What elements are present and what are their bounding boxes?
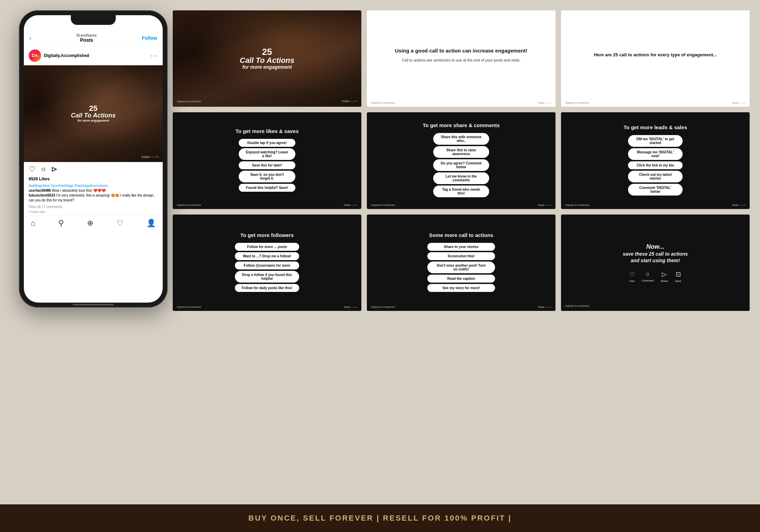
slide9-title-line2: save these 25 call to actions <box>623 251 688 257</box>
slide8-swipe: Swipe ——> <box>538 306 551 308</box>
slide-1: 25 Call To Actions for more engagement D… <box>173 10 361 107</box>
like-icon[interactable]: ♡ <box>29 165 36 174</box>
likes-count: 8526 Likes <box>24 177 163 183</box>
home-icon[interactable]: ⌂ <box>31 219 35 228</box>
slide8-pills: Share to your stories Screenshot this! D… <box>421 241 501 293</box>
slide6-pill-2: Message me 'DIGITAL' now! <box>628 148 683 160</box>
profile-row: DA Digitally.Accomplished ··· <box>24 46 163 65</box>
slide4-pills: Double tap if you agree! Enjoyed watchin… <box>234 137 300 193</box>
slide5-swipe: Swipe ——> <box>538 204 551 206</box>
slide4-pill-5: Found this helpful? Save! <box>239 184 295 192</box>
comment-item: ○ Comment <box>642 270 654 283</box>
slide5-pill-1: Share this with someone who.. <box>433 133 489 145</box>
share-label: Share <box>661 279 668 283</box>
save-icon-final: ⊡ <box>676 270 681 278</box>
more-options-icon[interactable]: ··· <box>151 52 158 59</box>
slide2-body: Call to actions are sentences to use at … <box>402 58 521 63</box>
slide6-pill-1: DM me 'DIGITAL' to get started <box>628 135 683 147</box>
slide-9: Now... save these 25 call to actions and… <box>561 215 750 311</box>
slide4-title: To get more likes & saves <box>235 128 298 134</box>
caption-user2[interactable]: futureclient5533 <box>29 193 55 197</box>
like-label: Like <box>630 279 635 283</box>
slide7-pill-2: Want to ...? Drop me a follow! <box>235 252 300 260</box>
slide8-brand: Digitally Accomplished <box>371 306 395 308</box>
swipe-hint: Swipe ——> <box>141 155 159 159</box>
action-bar: ♡ ○ ⊳ <box>24 162 163 177</box>
share-icon[interactable]: ⊳ <box>51 165 57 174</box>
slide1-title-line2: for more engagement <box>240 65 295 70</box>
like-icon-final: ♡ <box>629 270 635 278</box>
save-label: Save <box>675 279 681 283</box>
activity-icon[interactable]: ♡ <box>116 219 123 228</box>
slide-4: To get more likes & saves Double tap if … <box>173 112 361 209</box>
post-title-line2: for more engagement <box>71 119 116 123</box>
slide4-pill-2: Enjoyed watching? Leave a like! <box>239 148 295 160</box>
slide8-pill-1: Share to your stories <box>427 243 495 251</box>
slide5-brand: Digitally Accomplished <box>371 204 395 206</box>
slide5-pills: Share this with someone who.. Share this… <box>428 132 494 199</box>
slide7-pill-4: Drop a follow if you found this helpful <box>235 271 300 283</box>
slide-5: To get more share & comments Share this … <box>367 112 555 209</box>
posts-label: Posts <box>76 37 97 43</box>
phone-notch <box>71 15 116 25</box>
home-bar <box>73 304 114 305</box>
slide8-footer: Digitally Accomplished Swipe ——> <box>367 306 555 308</box>
slide6-footer: Digitally Accomplished Swipe ——> <box>561 204 750 206</box>
slides-grid: 25 Call To Actions for more engagement D… <box>173 10 750 311</box>
slide4-pill-3: Save this for later! <box>239 161 295 169</box>
slide7-pill-1: Follow for more ... posts <box>235 243 300 251</box>
caption-text1: Wow I absolutely love this! ❤️❤️❤️ <box>51 189 106 192</box>
slide6-pill-5: Comment 'DIGITAL' below <box>628 184 683 196</box>
slide5-pill-3: Do you agree? Comment below <box>433 159 489 171</box>
slide9-brand: Digitally Accomplished <box>565 302 589 308</box>
search-icon[interactable]: ⚲ <box>58 219 64 228</box>
slide7-pill-3: Follow @username for more <box>235 262 300 269</box>
share-item: ▷ Share <box>661 270 668 283</box>
like-item: ♡ Like <box>629 270 635 283</box>
instagram-nav: ‹ BrandName Posts Follow <box>24 30 163 46</box>
slide1-swipe: Swipe ——> <box>342 99 357 103</box>
caption: #addtagshere #yourhashtags #hashtagsfory… <box>24 183 163 205</box>
slide1-number: 25 <box>240 47 295 56</box>
view-comments[interactable]: View all 17 comments <box>24 205 163 210</box>
slide8-pill-2: Screenshot this! <box>427 252 495 260</box>
comment-label: Comment <box>642 279 654 282</box>
slide6-title: To get more leads & sales <box>624 124 687 130</box>
slide2-footer: Digitally Accomplished Swipe ——> <box>367 102 555 104</box>
slide-2: Using a good call to action can increase… <box>367 10 555 107</box>
create-icon[interactable]: ⊕ <box>87 219 93 228</box>
slide2-swipe: Swipe ——> <box>538 102 551 104</box>
slide6-pill-4: Check out my latest stories <box>628 171 683 182</box>
brand-name: BrandName <box>76 33 97 37</box>
follow-button[interactable]: Follow <box>142 35 157 41</box>
share-icon-final: ▷ <box>662 270 667 278</box>
slide4-swipe: Swipe ——> <box>344 204 357 206</box>
slide3-headline: Here are 25 call to actions for every ty… <box>594 52 717 58</box>
slide7-brand: Digitally Accomplished <box>177 306 201 308</box>
profile-name[interactable]: Digitally.Accomplished <box>44 53 89 58</box>
comment-icon[interactable]: ○ <box>41 165 46 174</box>
slide7-pills: Follow for more ... posts Want to ...? D… <box>229 241 305 293</box>
slide4-pill-4: Save it, so you don't forget it. <box>239 171 295 182</box>
slide5-title: To get more share & comments <box>422 122 500 128</box>
hashtags[interactable]: #addtagshere #yourhashtags #hashtagsfory… <box>29 184 108 188</box>
slide9-title-line1: Now... <box>623 243 688 251</box>
post-time: 2 hours ago <box>24 210 163 216</box>
slide2-brand: Digitally Accomplished <box>371 102 395 104</box>
bottom-nav: ⌂ ⚲ ⊕ ♡ 👤 <box>24 216 163 230</box>
slide8-pill-5: See my story for more! <box>427 284 495 292</box>
slide4-footer: Digitally Accomplished Swipe ——> <box>173 204 361 206</box>
slide4-brand: Digitally Accomplished <box>177 204 201 206</box>
slide3-footer: Digitally Accomplished Swipe ——> <box>561 102 750 104</box>
bottom-bar: BUY ONCE, SELL FOREVER | RESELL FOR 100%… <box>0 504 760 532</box>
caption-user1[interactable]: userfan38488 <box>29 189 51 192</box>
slide9-title-line3: and start using them! <box>623 257 688 264</box>
slide1-title-line1: Call To Actions <box>240 56 295 65</box>
slide6-brand: Digitally Accomplished <box>565 204 589 206</box>
slide5-pill-2: Share this to raise awareness <box>433 146 489 158</box>
slide1-brand: Digitally Accomplished <box>177 100 201 103</box>
avatar: DA <box>29 49 41 62</box>
profile-icon[interactable]: 👤 <box>146 219 156 228</box>
back-icon[interactable]: ‹ <box>29 35 31 42</box>
bottom-bar-text: BUY ONCE, SELL FOREVER | RESELL FOR 100%… <box>248 514 512 523</box>
